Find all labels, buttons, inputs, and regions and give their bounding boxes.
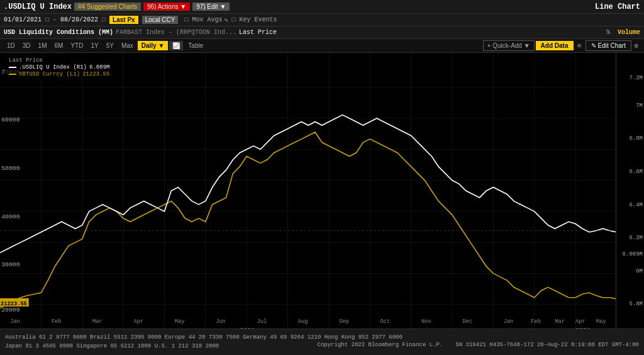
svg-text:Jun: Jun — [216, 318, 226, 325]
edit-button[interactable]: 97) Edit ▼ — [192, 3, 230, 11]
period-5y[interactable]: 5Y — [103, 41, 117, 50]
svg-text:21223.55: 21223.55 — [1, 301, 27, 307]
footer-sn: SN 319421 H435-7648-172 20-Aug-22 8:19:0… — [455, 342, 639, 351]
svg-text:Apr: Apr — [133, 318, 143, 325]
period-1m[interactable]: 1M — [35, 41, 50, 50]
legend-item-1: .USDLIQ U Index (R1) 6.089M — [9, 64, 109, 70]
svg-text:May: May — [175, 318, 185, 325]
add-data-button[interactable]: Add Data — [536, 41, 574, 50]
svg-text:Dec: Dec — [462, 318, 472, 325]
chart-type-label: Line Chart — [595, 3, 640, 11]
legend-value-2: 21223.55 — [82, 71, 109, 77]
settings-icon[interactable]: ⚙ — [633, 42, 640, 50]
right-label-62m: 6.2M — [629, 235, 643, 241]
chart-container: Last Price .USDLIQ U Index (R1) 6.089M X… — [0, 53, 644, 329]
chart-legend: Last Price .USDLIQ U Index (R1) 6.089M X… — [5, 55, 113, 79]
quick-add-button[interactable]: + Quick-Add ▼ — [483, 40, 535, 51]
svg-text:Jan: Jan — [10, 318, 20, 325]
svg-text:Jan: Jan — [504, 318, 514, 325]
farbast-info: FARBAST Index - (RRPQTOON Ind... — [116, 29, 236, 36]
period-max[interactable]: Max — [118, 41, 136, 50]
last-px-button[interactable]: Last Px — [109, 16, 138, 24]
right-label-72m: 7.2M — [629, 75, 643, 81]
svg-text:2021: 2021 — [240, 327, 255, 329]
svg-text:50000: 50000 — [1, 165, 19, 172]
ticker-label: .USDLIQ U Index — [4, 3, 72, 11]
period-daily-button[interactable]: Daily ▼ — [138, 41, 169, 50]
right-label-66m: 6.6M — [629, 169, 643, 175]
period-3d[interactable]: 3D — [19, 41, 34, 50]
svg-text:Oct: Oct — [380, 318, 391, 325]
collapse-icon: « — [575, 42, 584, 50]
edit-chart-button[interactable]: ✎ Edit Chart — [586, 40, 631, 51]
right-label-68m: 6.8M — [629, 135, 643, 142]
svg-text:Nov: Nov — [421, 318, 431, 325]
local-ccy-button[interactable]: Local CCY — [142, 16, 179, 24]
legend-value-1: 6.089M — [89, 64, 109, 70]
legend-title: Last Price — [9, 57, 109, 64]
svg-text:Feb: Feb — [531, 318, 541, 325]
chart-main: Last Price .USDLIQ U Index (R1) 6.089M X… — [0, 53, 644, 329]
footer-contacts2: Japan 81 3 4565 8900 Singapore 65 6212 1… — [5, 342, 219, 351]
legend-color-2 — [9, 74, 16, 75]
right-label-6m: 6M — [636, 268, 643, 274]
key-events-label: Key Events — [240, 16, 277, 23]
period-1y[interactable]: 1Y — [87, 41, 101, 50]
percent-sign: % — [606, 29, 610, 36]
svg-text:2022: 2022 — [575, 327, 591, 329]
svg-text:Mar: Mar — [555, 318, 565, 325]
right-label-6089m: 6.089M — [623, 251, 643, 257]
right-axis: 7.2M 7M 6.8M 6.6M 6.4M 6.2M 6.089M 6M 5.… — [616, 53, 644, 329]
toolbar: 1D 3D 1M 6M YTD 1Y 5Y Max Daily ▼ 📈 Tabl… — [0, 39, 644, 53]
svg-text:20000: 20000 — [1, 307, 19, 313]
svg-text:Mar: Mar — [92, 318, 103, 325]
actions-button[interactable]: 96) Actions ▼ — [143, 3, 190, 11]
legend-color-1 — [9, 67, 16, 68]
period-1d[interactable]: 1D — [4, 41, 18, 50]
footer-contacts: Australia 61 2 9777 8600 Brazil 5511 239… — [5, 334, 639, 342]
svg-text:40000: 40000 — [1, 213, 19, 220]
right-label-64m: 6.4M — [629, 202, 643, 208]
date-start: 01/01/2021 — [4, 16, 42, 23]
legend-label-1: .USDLIQ U Index (R1) — [19, 64, 87, 70]
legend-label-2: XBTUSD Currcy (L1) — [19, 71, 80, 77]
mov-avgs-label: Mov Avgs ✎ — [192, 16, 228, 24]
svg-text:May: May — [596, 318, 606, 325]
legend-item-2: XBTUSD Currcy (L1) 21223.55 — [9, 71, 109, 77]
second-bar: 01/01/2021 □ - 08/20/2022 □ Last Px Loca… — [0, 14, 644, 26]
svg-text:30000: 30000 — [1, 261, 19, 268]
svg-text:Aug: Aug — [298, 318, 308, 325]
index-name: USD Liquidity Conditions (MM) — [4, 29, 113, 36]
top-bar: .USDLIQ U Index #4 Suggested Charts 96) … — [0, 0, 644, 14]
svg-text:Feb: Feb — [52, 318, 62, 325]
svg-text:Sep: Sep — [339, 318, 349, 325]
footer-copyright: Copyright 2022 Bloomberg Finance L.P. — [318, 342, 443, 351]
right-label-7m: 7M — [636, 103, 643, 109]
svg-text:Jul: Jul — [257, 318, 267, 325]
last-price-label: Last Price — [239, 29, 277, 36]
chart-svg: 70000 60000 50000 40000 30000 20000 2122… — [0, 53, 644, 329]
right-label-58m: 5.8M — [629, 301, 643, 307]
third-bar: USD Liquidity Conditions (MM) FARBAST In… — [0, 26, 644, 39]
footer: Australia 61 2 9777 8600 Brazil 5511 239… — [0, 329, 644, 355]
footer-bottom: Japan 81 3 4565 8900 Singapore 65 6212 1… — [5, 342, 639, 351]
period-ytd[interactable]: YTD — [67, 41, 86, 50]
footer-contacts2-text: Japan 81 3 4565 8900 Singapore 65 6212 1… — [5, 343, 219, 349]
suggested-charts-button[interactable]: #4 Suggested Charts — [74, 3, 141, 11]
date-end: 08/20/2022 — [60, 16, 98, 23]
svg-text:60000: 60000 — [1, 116, 19, 123]
volume-label: Volume — [618, 29, 640, 36]
period-6m[interactable]: 6M — [52, 41, 67, 50]
table-button[interactable]: Table — [184, 41, 207, 50]
svg-text:Apr: Apr — [575, 318, 586, 325]
chart-icon-button[interactable]: 📈 — [169, 41, 183, 50]
